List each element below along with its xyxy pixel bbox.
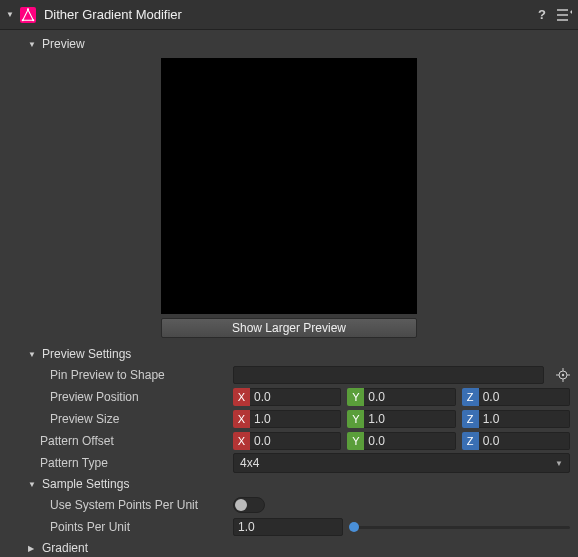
- entity-picker-icon[interactable]: [556, 368, 570, 382]
- value[interactable]: 0.0: [479, 388, 570, 406]
- points-per-unit-slider[interactable]: [349, 518, 570, 536]
- pattern-offset-x[interactable]: X0.0: [233, 432, 341, 450]
- section-label: Preview: [42, 37, 85, 51]
- pattern-offset-y[interactable]: Y0.0: [347, 432, 455, 450]
- axis-z-label: Z: [462, 432, 479, 450]
- axis-y-label: Y: [347, 388, 364, 406]
- chevron-down-icon: [28, 350, 38, 359]
- row-preview-size: Preview Size X1.0 Y1.0 Z1.0: [8, 408, 570, 430]
- preview-container: Show Larger Preview: [8, 58, 570, 338]
- chevron-right-icon: [28, 544, 38, 553]
- component-icon: [20, 7, 36, 23]
- value[interactable]: 0.0: [364, 432, 455, 450]
- section-label: Gradient: [42, 541, 88, 555]
- points-per-unit-input[interactable]: 1.0: [233, 518, 343, 536]
- svg-point-4: [562, 374, 564, 376]
- panel-title: Dither Gradient Modifier: [44, 7, 538, 22]
- preview-size-y[interactable]: Y1.0: [347, 410, 455, 428]
- chevron-down-icon: [28, 480, 38, 489]
- section-label: Preview Settings: [42, 347, 131, 361]
- axis-z-label: Z: [462, 410, 479, 428]
- value[interactable]: 0.0: [250, 432, 341, 450]
- row-points-per-unit: Points Per Unit 1.0: [8, 516, 570, 538]
- value[interactable]: 0.0: [250, 388, 341, 406]
- value[interactable]: 1.0: [479, 410, 570, 428]
- dropdown-value: 4x4: [240, 456, 555, 470]
- collapse-toggle[interactable]: [6, 10, 14, 19]
- axis-y-label: Y: [347, 410, 364, 428]
- svg-point-0: [27, 8, 29, 10]
- value[interactable]: 0.0: [364, 388, 455, 406]
- row-preview-position: Preview Position X0.0 Y0.0 Z0.0: [8, 386, 570, 408]
- help-button[interactable]: ?: [538, 7, 546, 22]
- axis-y-label: Y: [347, 432, 364, 450]
- section-label: Sample Settings: [42, 477, 129, 491]
- axis-x-label: X: [233, 432, 250, 450]
- chevron-down-icon: ▼: [555, 459, 563, 468]
- axis-z-label: Z: [462, 388, 479, 406]
- preview-position-y[interactable]: Y0.0: [347, 388, 455, 406]
- property-label: Preview Size: [50, 412, 119, 426]
- pattern-type-dropdown[interactable]: 4x4 ▼: [233, 453, 570, 473]
- value[interactable]: 0.0: [479, 432, 570, 450]
- use-system-ppu-toggle[interactable]: [233, 497, 265, 513]
- panel-body: Preview Show Larger Preview Preview Sett…: [0, 30, 578, 557]
- property-label: Preview Position: [50, 390, 139, 404]
- preview-image: [161, 58, 417, 314]
- property-label: Pattern Type: [40, 456, 108, 470]
- svg-point-2: [32, 19, 34, 21]
- slider-thumb[interactable]: [349, 522, 359, 532]
- slider-track: [349, 526, 570, 529]
- row-pattern-offset: Pattern Offset X0.0 Y0.0 Z0.0: [8, 430, 570, 452]
- svg-point-1: [22, 19, 24, 21]
- property-label: Use System Points Per Unit: [50, 498, 198, 512]
- value[interactable]: 1.0: [364, 410, 455, 428]
- value[interactable]: 1.0: [250, 410, 341, 428]
- chevron-down-icon: [28, 40, 38, 49]
- section-gradient[interactable]: Gradient: [8, 538, 570, 557]
- pin-preview-entity-field[interactable]: [233, 366, 544, 384]
- toggle-knob: [235, 499, 247, 511]
- pattern-offset-z[interactable]: Z0.0: [462, 432, 570, 450]
- inspector-panel: Dither Gradient Modifier ? Preview Show …: [0, 0, 578, 557]
- section-sample-settings[interactable]: Sample Settings: [8, 474, 570, 494]
- show-larger-preview-button[interactable]: Show Larger Preview: [161, 318, 417, 338]
- preview-size-z[interactable]: Z1.0: [462, 410, 570, 428]
- preview-size-x[interactable]: X1.0: [233, 410, 341, 428]
- property-label: Pattern Offset: [40, 434, 114, 448]
- preview-position-z[interactable]: Z0.0: [462, 388, 570, 406]
- panel-header: Dither Gradient Modifier ?: [0, 0, 578, 30]
- axis-x-label: X: [233, 388, 250, 406]
- axis-x-label: X: [233, 410, 250, 428]
- property-label: Pin Preview to Shape: [50, 368, 165, 382]
- section-preview[interactable]: Preview: [8, 34, 570, 54]
- row-pattern-type: Pattern Type 4x4 ▼: [8, 452, 570, 474]
- row-use-system-ppu: Use System Points Per Unit: [8, 494, 570, 516]
- property-label: Points Per Unit: [50, 520, 130, 534]
- preview-position-x[interactable]: X0.0: [233, 388, 341, 406]
- hamburger-menu[interactable]: [556, 9, 572, 21]
- row-pin-preview: Pin Preview to Shape: [8, 364, 570, 386]
- section-preview-settings[interactable]: Preview Settings: [8, 344, 570, 364]
